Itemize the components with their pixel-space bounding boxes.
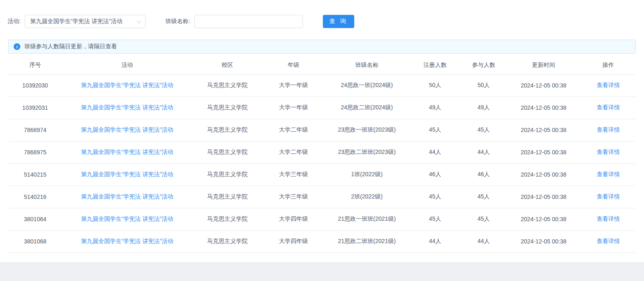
cell-registered: 49人 xyxy=(409,97,461,119)
table-row: 3801064第九届全国学生“学宪法 讲宪法”活动马克思主义学院大学四年级21思… xyxy=(8,208,636,230)
table-row: 10392031第九届全国学生“学宪法 讲宪法”活动马克思主义学院大学一年级24… xyxy=(8,97,636,119)
table-row: 7868975第九届全国学生“学宪法 讲宪法”活动马克思主义学院大学二年级23思… xyxy=(8,141,636,163)
cell-registered: 46人 xyxy=(409,163,461,186)
cell-grade: 大学一年级 xyxy=(262,97,324,119)
col-campus: 校区 xyxy=(192,56,262,74)
class-name-label: 班级名称: xyxy=(165,18,190,25)
cell-serial: 10392031 xyxy=(8,97,62,119)
cell-grade: 大学四年级 xyxy=(262,208,324,230)
table-row: 10392030第九届全国学生“学宪法 讲宪法”活动马克思主义学院大学一年级24… xyxy=(8,74,636,97)
cell-activity: 第九届全国学生“学宪法 讲宪法”活动 xyxy=(62,208,192,230)
cell-action: 查看详情 xyxy=(581,119,636,141)
cell-grade: 大学四年级 xyxy=(262,230,324,253)
cell-action: 查看详情 xyxy=(581,230,636,253)
cell-class-name: 24思政二班(2024级) xyxy=(324,97,409,119)
activity-link[interactable]: 第九届全国学生“学宪法 讲宪法”活动 xyxy=(81,193,173,200)
cell-campus: 马克思主义学院 xyxy=(192,119,262,141)
activity-link[interactable]: 第九届全国学生“学宪法 讲宪法”活动 xyxy=(81,215,173,222)
cell-action: 查看详情 xyxy=(581,141,636,163)
col-class-name: 班级名称 xyxy=(324,56,409,74)
table-bottom-spacer xyxy=(0,253,644,262)
view-details-link[interactable]: 查看详情 xyxy=(597,126,620,133)
activity-label: 活动: xyxy=(7,18,21,25)
cell-registered: 50人 xyxy=(409,74,461,97)
cell-participated: 46人 xyxy=(461,163,506,186)
cell-participated: 44人 xyxy=(461,141,506,163)
cell-participated: 44人 xyxy=(461,230,506,253)
cell-class-name: 23思政二班班(2023级) xyxy=(324,141,409,163)
cell-activity: 第九届全国学生“学宪法 讲宪法”活动 xyxy=(62,119,192,141)
activity-link[interactable]: 第九届全国学生“学宪法 讲宪法”活动 xyxy=(81,149,173,155)
cell-update-time: 2024-12-05 00:38 xyxy=(506,141,581,163)
cell-activity: 第九届全国学生“学宪法 讲宪法”活动 xyxy=(62,163,192,186)
cell-participated: 49人 xyxy=(461,97,506,119)
cell-campus: 马克思主义学院 xyxy=(192,74,262,97)
cell-activity: 第九届全国学生“学宪法 讲宪法”活动 xyxy=(62,141,192,163)
view-details-link[interactable]: 查看详情 xyxy=(597,149,620,155)
cell-update-time: 2024-12-05 00:38 xyxy=(506,119,581,141)
view-details-link[interactable]: 查看详情 xyxy=(597,238,620,244)
cell-serial: 3801068 xyxy=(8,230,62,253)
cell-update-time: 2024-12-05 00:38 xyxy=(506,208,581,230)
activity-link[interactable]: 第九届全国学生“学宪法 讲宪法”活动 xyxy=(81,104,173,111)
cell-action: 查看详情 xyxy=(581,163,636,186)
activity-link[interactable]: 第九届全国学生“学宪法 讲宪法”活动 xyxy=(81,82,173,88)
cell-activity: 第九届全国学生“学宪法 讲宪法”活动 xyxy=(62,186,192,208)
cell-campus: 马克思主义学院 xyxy=(192,163,262,186)
cell-grade: 大学三年级 xyxy=(262,163,324,186)
cell-class-name: 1班(2022级) xyxy=(324,163,409,186)
table-row: 5140215第九届全国学生“学宪法 讲宪法”活动马克思主义学院大学三年级1班(… xyxy=(8,163,636,186)
cell-update-time: 2024-12-05 00:38 xyxy=(506,74,581,97)
col-registered: 注册人数 xyxy=(409,56,461,74)
class-name-input[interactable] xyxy=(194,15,303,28)
view-details-link[interactable]: 查看详情 xyxy=(597,82,620,88)
cell-participated: 50人 xyxy=(461,74,506,97)
cell-class-name: 24思政一班(2024级) xyxy=(324,74,409,97)
cell-serial: 7868974 xyxy=(8,119,62,141)
cell-class-name: 23思政一班班(2023级) xyxy=(324,119,409,141)
view-details-link[interactable]: 查看详情 xyxy=(597,193,620,200)
page-background xyxy=(0,262,644,281)
cell-serial: 5140215 xyxy=(8,163,62,186)
view-details-link[interactable]: 查看详情 xyxy=(597,104,620,111)
view-details-link[interactable]: 查看详情 xyxy=(597,171,620,177)
activity-link[interactable]: 第九届全国学生“学宪法 讲宪法”活动 xyxy=(81,171,173,177)
cell-update-time: 2024-12-05 00:38 xyxy=(506,186,581,208)
activity-link[interactable]: 第九届全国学生“学宪法 讲宪法”活动 xyxy=(81,238,173,244)
col-grade: 年级 xyxy=(262,56,324,74)
cell-grade: 大学二年级 xyxy=(262,141,324,163)
cell-update-time: 2024-12-05 00:38 xyxy=(506,97,581,119)
cell-registered: 45人 xyxy=(409,208,461,230)
col-activity: 活动 xyxy=(62,56,192,74)
cell-serial: 10392030 xyxy=(8,74,62,97)
activity-select[interactable]: 第九届全国学生“学宪法 讲宪法”活动 xyxy=(25,15,145,28)
cell-class-name: 2班(2022级) xyxy=(324,186,409,208)
cell-registered: 45人 xyxy=(409,119,461,141)
cell-participated: 45人 xyxy=(461,208,506,230)
info-icon: i xyxy=(14,43,20,50)
cell-serial: 7868975 xyxy=(8,141,62,163)
view-details-link[interactable]: 查看详情 xyxy=(597,215,620,222)
col-actions: 操作 xyxy=(581,56,636,74)
chevron-down-icon xyxy=(137,19,141,23)
main-content: 活动: 第九届全国学生“学宪法 讲宪法”活动 班级名称: 查 询 i 班级参与人… xyxy=(0,0,644,262)
classes-table: 序号 活动 校区 年级 班级名称 注册人数 参与人数 更新时间 操作 10392… xyxy=(8,56,636,253)
cell-action: 查看详情 xyxy=(581,97,636,119)
activity-link[interactable]: 第九届全国学生“学宪法 讲宪法”活动 xyxy=(81,126,173,133)
cell-update-time: 2024-12-05 00:38 xyxy=(506,163,581,186)
cell-participated: 45人 xyxy=(461,119,506,141)
cell-grade: 大学三年级 xyxy=(262,186,324,208)
cell-update-time: 2024-12-05 00:38 xyxy=(506,230,581,253)
col-update-time: 更新时间 xyxy=(506,56,581,74)
activity-select-value: 第九届全国学生“学宪法 讲宪法”活动 xyxy=(30,18,122,25)
cell-class-name: 21思政二班班(2021级) xyxy=(324,230,409,253)
cell-campus: 马克思主义学院 xyxy=(192,97,262,119)
col-participated: 参与人数 xyxy=(461,56,506,74)
cell-campus: 马克思主义学院 xyxy=(192,208,262,230)
cell-serial: 3801064 xyxy=(8,208,62,230)
cell-registered: 44人 xyxy=(409,230,461,253)
cell-action: 查看详情 xyxy=(581,74,636,97)
alert-banner: i 班级参与人数隔日更新，请隔日查看 xyxy=(8,40,636,54)
cell-class-name: 21思政一班班(2021级) xyxy=(324,208,409,230)
query-button[interactable]: 查 询 xyxy=(323,15,354,28)
